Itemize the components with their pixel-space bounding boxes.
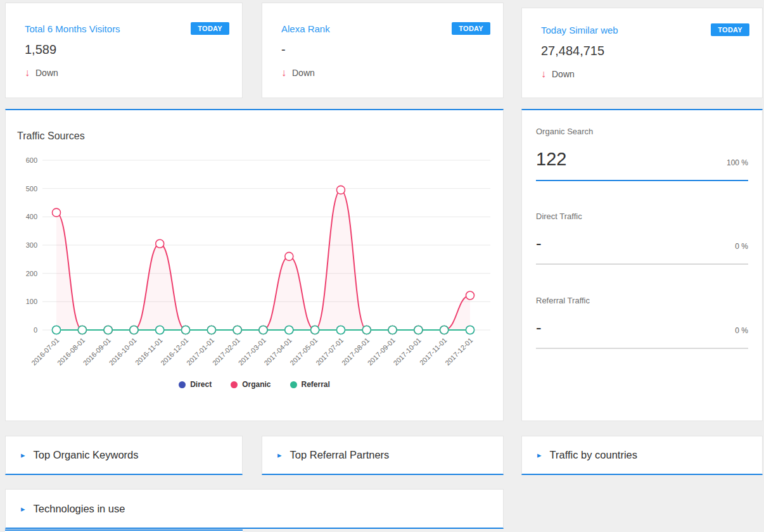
svg-text:300: 300 [26,241,37,249]
trend-label: Down [292,68,315,78]
stat-card-title: Today Similar web [541,25,618,35]
svg-text:2016-10-01: 2016-10-01 [108,336,138,367]
summary-row-organic-search: Organic Search 122 100 % [536,127,748,181]
stat-card-visitors: Total 6 Months Visitors TODAY 1,589 ↓ Do… [5,3,243,98]
summary-row-title: Organic Search [536,127,748,136]
stat-card-similarweb: Today Similar web TODAY 27,484,715 ↓ Dow… [521,8,763,98]
traffic-summary-panel: Organic Search 122 100 % Direct Traffic … [521,109,763,421]
panel-title: Top Referral Partners [290,449,390,461]
today-badge: TODAY [452,22,490,35]
legend-label: Organic [242,380,271,389]
summary-row-main: - 0 % [536,234,748,253]
next-panel-edge [5,529,243,532]
top-organic-keywords-header[interactable]: ▸ Top Organic Keywords [6,436,242,474]
stat-card-header: Alexa Rank TODAY [281,22,490,35]
svg-text:500: 500 [26,185,37,193]
stat-card-value: 27,484,715 [541,44,743,58]
down-arrow-icon: ↓ [25,67,30,79]
panel-title: Top Organic Keywords [34,449,139,461]
summary-row-main: - 0 % [536,318,748,338]
summary-row-title: Direct Traffic [536,212,748,221]
direct-series-dot [179,381,186,388]
traffic-sources-title: Traffic Sources [17,130,85,142]
panel-top-organic-keywords: ▸ Top Organic Keywords [5,436,243,475]
expand-right-icon: ▸ [277,450,282,460]
summary-row-bar [536,263,748,265]
stat-card-title: Total 6 Months Visitors [25,23,120,34]
expand-right-icon: ▸ [537,450,542,460]
stat-card-value: - [281,42,484,57]
referral-series-dot [290,381,297,388]
stat-card-alexa-rank: Alexa Rank TODAY - ↓ Down [262,3,504,98]
seo-dashboard: Total 6 Months Visitors TODAY 1,589 ↓ Do… [0,0,764,532]
today-badge: TODAY [191,22,229,35]
stat-card-title: Alexa Rank [281,23,330,34]
panel-traffic-by-countries: ▸ Traffic by countries [521,436,763,475]
svg-text:2017-12-01: 2017-12-01 [443,336,474,367]
panel-title: Traffic by countries [550,449,637,461]
summary-row-percent: 0 % [735,242,748,251]
stat-card-value: 1,589 [25,42,223,57]
summary-row-bar [536,348,748,349]
summary-row-value: - [536,318,542,338]
stat-card-header: Today Similar web TODAY [541,23,749,36]
summary-row-value: 122 [536,149,566,170]
summary-row-percent: 0 % [735,326,748,335]
svg-text:0: 0 [34,326,37,334]
summary-row-percent: 100 % [727,158,748,167]
traffic-sources-panel: Traffic Sources 60050040030020010002016-… [5,109,504,421]
legend-item-direct[interactable]: Direct [179,380,212,389]
stat-card-trend: ↓ Down [25,67,223,79]
panel-title: Technologies in use [34,503,125,515]
summary-row-referral-traffic: Referral Traffic - 0 % [536,296,748,349]
svg-text:200: 200 [26,270,37,277]
trend-label: Down [35,68,58,78]
technologies-in-use-header[interactable]: ▸ Technologies in use [6,490,503,528]
svg-text:2017-10-01: 2017-10-01 [392,336,423,367]
svg-text:100: 100 [26,298,37,305]
panel-top-referral-partners: ▸ Top Referral Partners [262,436,504,475]
summary-row-main: 122 100 % [536,149,748,170]
stat-card-trend: ↓ Down [281,67,484,79]
svg-text:600: 600 [26,156,37,164]
stat-card-header: Total 6 Months Visitors TODAY [25,22,229,35]
summary-row-bar [536,180,748,181]
panel-technologies-in-use: ▸ Technologies in use [5,489,504,529]
stat-card-trend: ↓ Down [541,68,743,80]
legend-label: Referral [302,380,330,389]
top-referral-partners-header[interactable]: ▸ Top Referral Partners [262,436,503,474]
traffic-sources-chart[interactable]: 60050040030020010002016-07-012016-08-012… [6,148,504,379]
trend-label: Down [552,69,575,79]
legend-item-referral[interactable]: Referral [290,380,330,389]
summary-row-direct-traffic: Direct Traffic - 0 % [536,212,748,265]
summary-row-title: Referral Traffic [536,296,748,305]
today-badge: TODAY [711,23,749,36]
down-arrow-icon: ↓ [281,67,286,79]
expand-right-icon: ▸ [21,450,25,460]
legend-label: Direct [190,380,212,389]
down-arrow-icon: ↓ [541,68,546,80]
legend-item-organic[interactable]: Organic [231,380,271,389]
chart-legend: Direct Organic Referral [6,380,503,389]
organic-series-dot [231,381,238,388]
traffic-by-countries-header[interactable]: ▸ Traffic by countries [522,436,762,474]
expand-right-icon: ▸ [21,504,25,514]
svg-text:400: 400 [26,213,37,220]
summary-row-value: - [536,234,542,253]
